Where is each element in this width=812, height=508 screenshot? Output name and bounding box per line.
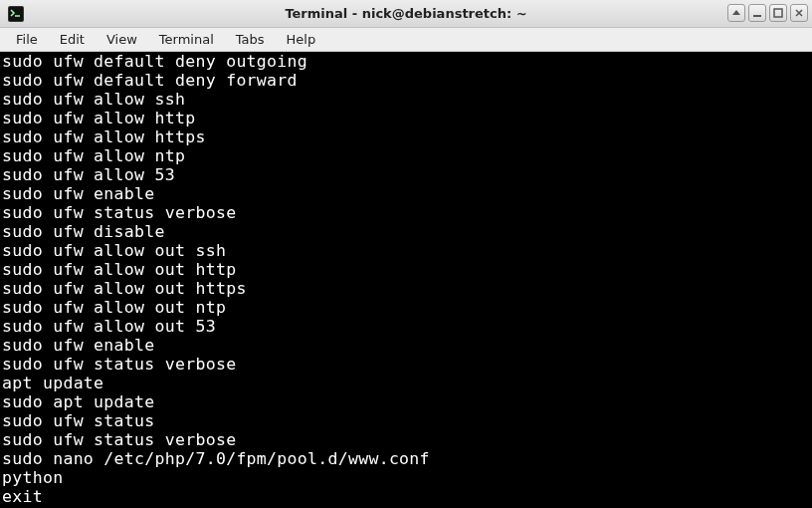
menu-tabs[interactable]: Tabs — [226, 30, 275, 49]
menu-file[interactable]: File — [6, 30, 48, 49]
terminal-window: Terminal - nick@debianstretch: ~ File Ed… — [0, 0, 812, 508]
svg-rect-1 — [9, 7, 23, 21]
menubar: File Edit View Terminal Tabs Help — [0, 28, 812, 52]
terminal-output[interactable]: sudo ufw default deny outgoing sudo ufw … — [0, 52, 812, 508]
menu-help[interactable]: Help — [277, 30, 326, 49]
titlebar: Terminal - nick@debianstretch: ~ — [0, 0, 812, 28]
window-close-button[interactable] — [790, 4, 808, 22]
window-title: Terminal - nick@debianstretch: ~ — [0, 6, 812, 21]
svg-rect-3 — [753, 15, 761, 17]
svg-rect-4 — [774, 9, 782, 17]
window-minimize-button[interactable] — [748, 4, 766, 22]
terminal-app-icon — [8, 6, 24, 22]
window-maximize-button[interactable] — [769, 4, 787, 22]
menu-view[interactable]: View — [97, 30, 147, 49]
menu-terminal[interactable]: Terminal — [149, 30, 224, 49]
window-controls — [727, 4, 808, 22]
menu-edit[interactable]: Edit — [50, 30, 95, 49]
window-up-button[interactable] — [727, 4, 745, 22]
